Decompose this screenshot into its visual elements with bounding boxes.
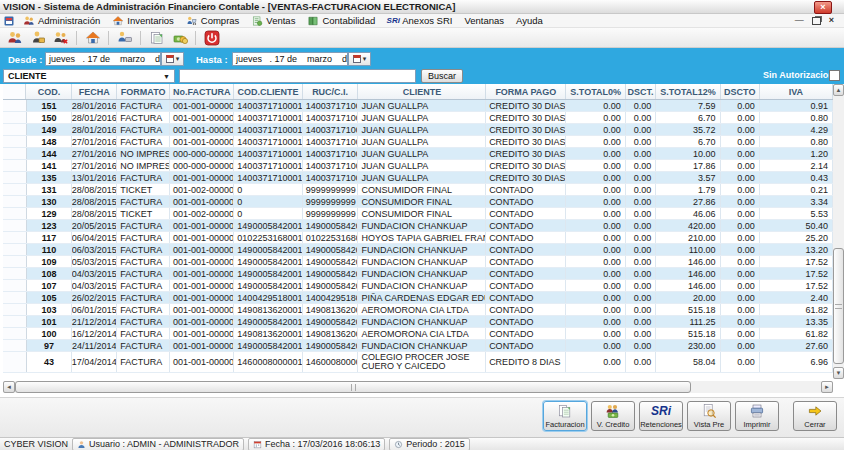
column-header-formato[interactable]: FORMATO — [117, 84, 170, 99]
horizontal-scroll-thumb[interactable] — [15, 381, 691, 393]
column-header-no-factura[interactable]: No.FACTURA — [170, 84, 234, 99]
toolbar-button-power-icon[interactable] — [201, 29, 222, 47]
column-header-cod-[interactable]: COD. — [26, 84, 72, 99]
row-selector[interactable] — [3, 328, 27, 339]
toolbar-button-users-icon[interactable] — [4, 29, 25, 47]
mdi-close-icon[interactable]: × — [829, 16, 834, 25]
row-selector[interactable] — [3, 340, 27, 351]
row-selector[interactable] — [3, 172, 27, 183]
horizontal-scrollbar[interactable]: ◄ ► — [3, 381, 833, 393]
row-selector[interactable] — [3, 196, 27, 207]
column-header-dscto[interactable]: DSCTO — [721, 84, 760, 99]
table-row[interactable]: 10306/01/2015FACTURA001-001-000006928149… — [3, 304, 833, 316]
column-header-forma-pago[interactable]: FORMA PAGO — [486, 84, 566, 99]
row-selector[interactable] — [3, 112, 27, 123]
menu-ayuda[interactable]: Ayuda — [510, 14, 549, 28]
row-selector[interactable] — [3, 280, 27, 291]
table-row[interactable]: 10905/03/2015FACTURA001-001-000006933149… — [3, 256, 833, 268]
column-header-ruc-c-i-[interactable]: RUC/C.I. — [303, 84, 359, 99]
table-row[interactable]: 11006/03/2015FACTURA001-001-000006934149… — [3, 244, 833, 256]
table-row[interactable]: 12320/05/2015FACTURA001-001-000006945149… — [3, 220, 833, 232]
row-selector[interactable] — [3, 244, 27, 255]
table-row[interactable]: 15128/01/2016FACTURA001-001-000006962140… — [3, 100, 833, 112]
cerrar-button[interactable]: Cerrar — [793, 401, 837, 431]
column-header-cod-cliente[interactable]: COD.CLIENTE — [234, 84, 302, 99]
row-selector[interactable] — [3, 232, 27, 243]
menu-administracion[interactable]: Administración — [17, 14, 106, 28]
table-row[interactable]: 14427/01/2016NO IMPRESO000-000-000000000… — [3, 148, 833, 160]
row-selector[interactable] — [3, 136, 27, 147]
table-row[interactable]: 13128/08/2015TICKET001-002-0000075800999… — [3, 184, 833, 196]
menu-compras[interactable]: Compras — [180, 14, 246, 28]
table-row[interactable]: 9724/11/2014FACTURA001-001-0000069231490… — [3, 340, 833, 352]
toolbar-button-money-icon[interactable] — [169, 29, 190, 47]
scroll-right-arrow[interactable]: ► — [821, 381, 833, 393]
row-selector[interactable] — [3, 148, 27, 159]
retenciones-button[interactable]: SRiRetenciones — [639, 401, 683, 431]
imprimir-button[interactable]: Imprimir — [735, 401, 779, 431]
row-selector[interactable] — [3, 124, 27, 135]
menu-contabilidad[interactable]: Contabilidad — [301, 14, 381, 28]
scroll-down-arrow[interactable]: ▼ — [833, 367, 844, 379]
table-row[interactable]: 13028/08/2015FACTURA001-001-000006953099… — [3, 196, 833, 208]
table-row[interactable]: 4317/04/2014FACTURA001-001-0000068831460… — [3, 352, 833, 373]
vista-pre-button[interactable]: Vista Pre — [687, 401, 731, 431]
row-selector[interactable] — [3, 184, 27, 195]
toolbar-button-print-user-icon[interactable] — [114, 29, 135, 47]
cell-fecha: 28/08/2015 — [72, 196, 117, 207]
vertical-scroll-thumb[interactable] — [833, 248, 844, 364]
row-selector[interactable] — [3, 256, 27, 267]
column-header-fecha[interactable]: FECHA — [72, 84, 117, 99]
table-row[interactable]: 14928/01/2016FACTURA001-001-000006960140… — [3, 124, 833, 136]
search-input[interactable] — [179, 69, 416, 83]
column-header-dsct-[interactable]: DSCT. — [626, 84, 656, 99]
row-selector[interactable] — [3, 292, 27, 303]
sin-autorizacion-checkbox[interactable] — [829, 70, 840, 81]
facturacion-button[interactable]: Facturacion — [543, 401, 587, 431]
hasta-calendar-button[interactable]: ▾ — [348, 52, 371, 66]
vertical-scrollbar[interactable]: ▲ ▼ — [833, 84, 844, 379]
table-row[interactable]: 12928/08/2015TICKET001-002-0000075790999… — [3, 208, 833, 220]
table-row[interactable]: 11706/04/2015FACTURA001-001-000006940010… — [3, 232, 833, 244]
scroll-up-arrow[interactable]: ▲ — [833, 84, 844, 96]
mdi-minimize-icon[interactable]: — — [795, 16, 804, 25]
table-row[interactable]: 10704/03/2015FACTURA001-001-000006931149… — [3, 280, 833, 292]
desde-calendar-button[interactable]: ▾ — [161, 52, 184, 66]
table-row[interactable]: 15028/01/2016FACTURA001-001-000006961140… — [3, 112, 833, 124]
table-row[interactable]: 14827/01/2016FACTURA001-001-000006959140… — [3, 136, 833, 148]
column-header-s-total0-[interactable]: S.TOTAL0% — [566, 84, 626, 99]
toolbar-button-user-box-icon[interactable] — [27, 29, 48, 47]
menu-inventarios[interactable]: Inventarios — [106, 14, 179, 28]
search-field-combo[interactable]: CLIENTE ▼ — [3, 69, 175, 83]
row-selector[interactable] — [3, 352, 27, 372]
table-row[interactable]: 10016/12/2014FACTURA001-001-000006926149… — [3, 328, 833, 340]
column-header-s-total12-[interactable]: S.TOTAL12% — [656, 84, 720, 99]
row-selector[interactable] — [3, 316, 27, 327]
table-row[interactable]: 10804/03/2015FACTURA001-001-000006932149… — [3, 268, 833, 280]
hasta-date-field[interactable]: jueves . 17 de marzo de 2016 — [232, 52, 348, 66]
row-selector[interactable] — [3, 208, 27, 219]
row-selector[interactable] — [3, 160, 27, 171]
column-header-iva[interactable]: IVA — [760, 84, 833, 99]
row-selector[interactable] — [3, 220, 27, 231]
table-row[interactable]: 13513/01/2016FACTURA001-001-000006954140… — [3, 172, 833, 184]
toolbar-button-users-x-icon[interactable] — [50, 29, 71, 47]
column-header-cliente[interactable]: CLIENTE — [358, 84, 486, 99]
row-selector[interactable] — [3, 268, 27, 279]
buscar-button[interactable]: Buscar — [421, 69, 463, 83]
table-row[interactable]: 10526/02/2015FACTURA001-001-000006929140… — [3, 292, 833, 304]
table-row[interactable]: 10121/12/2014FACTURA001-001-000006927149… — [3, 316, 833, 328]
mdi-restore-icon[interactable] — [812, 17, 821, 25]
menu-ventanas[interactable]: Ventanas — [458, 14, 510, 28]
v-credito-button[interactable]: V. Credito — [591, 401, 635, 431]
row-selector[interactable] — [3, 304, 27, 315]
scroll-left-arrow[interactable]: ◄ — [3, 381, 15, 393]
window-close-button[interactable]: × — [814, 1, 832, 14]
table-row[interactable]: 14127/01/2016NO IMPRESO000-000-000000000… — [3, 160, 833, 172]
menu-anexos-sri[interactable]: SRiAnexos SRI — [381, 14, 458, 28]
toolbar-button-documents-icon[interactable] — [146, 29, 167, 47]
menu-ventas[interactable]: Ventas — [245, 14, 301, 28]
row-selector[interactable] — [3, 100, 27, 111]
toolbar-button-home-icon[interactable] — [82, 29, 103, 47]
desde-date-field[interactable]: jueves . 17 de marzo de 2016 — [45, 52, 161, 66]
